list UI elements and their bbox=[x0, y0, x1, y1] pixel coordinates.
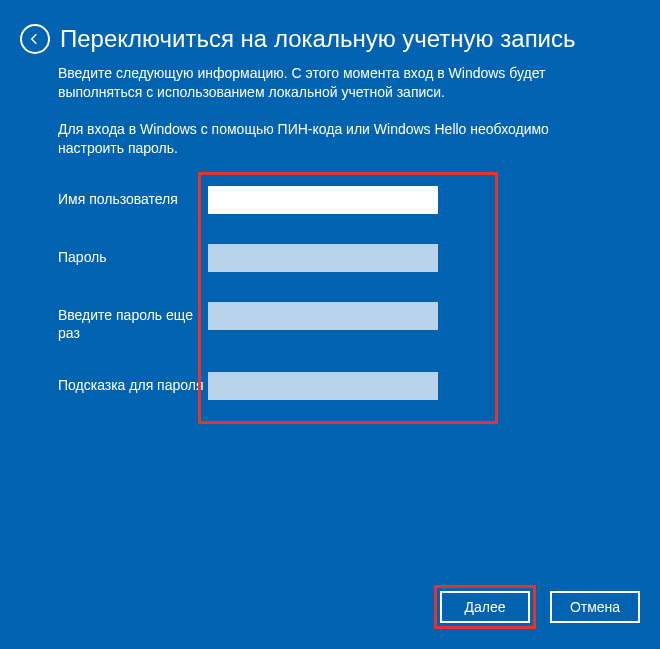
label-hint: Подсказка для пароля bbox=[58, 372, 208, 394]
row-username: Имя пользователя bbox=[58, 186, 660, 214]
description-secondary: Для входа в Windows с помощью ПИН-кода и… bbox=[0, 120, 660, 158]
page-title: Переключиться на локальную учетную запис… bbox=[60, 25, 576, 53]
username-input[interactable] bbox=[208, 186, 438, 214]
back-button[interactable] bbox=[20, 24, 50, 54]
header: Переключиться на локальную учетную запис… bbox=[0, 0, 660, 64]
label-username: Имя пользователя bbox=[58, 186, 208, 208]
cancel-button[interactable]: Отмена bbox=[550, 591, 640, 623]
label-confirm: Введите пароль еще раз bbox=[58, 302, 208, 342]
description-primary: Введите следующую информацию. С этого мо… bbox=[0, 64, 660, 102]
form-area: Имя пользователя Пароль Введите пароль е… bbox=[58, 186, 660, 400]
label-password: Пароль bbox=[58, 244, 208, 266]
row-confirm: Введите пароль еще раз bbox=[58, 302, 660, 342]
password-input[interactable] bbox=[208, 244, 438, 272]
arrow-left-icon bbox=[27, 31, 43, 47]
highlight-next-button: Далее bbox=[434, 585, 536, 629]
row-hint: Подсказка для пароля bbox=[58, 372, 660, 400]
password-hint-input[interactable] bbox=[208, 372, 438, 400]
footer: Далее Отмена bbox=[434, 585, 640, 629]
next-button[interactable]: Далее bbox=[440, 591, 530, 623]
row-password: Пароль bbox=[58, 244, 660, 272]
confirm-password-input[interactable] bbox=[208, 302, 438, 330]
